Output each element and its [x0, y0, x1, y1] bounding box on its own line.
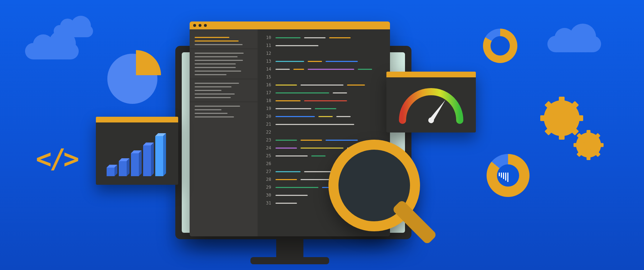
line-number: 15 — [263, 74, 271, 79]
code-token — [275, 187, 318, 188]
bar-chart-icon — [96, 122, 178, 183]
panel-titlebar — [386, 72, 476, 77]
gear-icon — [576, 132, 601, 158]
code-token — [275, 203, 297, 204]
code-line: 22 — [263, 128, 384, 136]
code-token — [333, 92, 347, 93]
code-token — [308, 61, 322, 62]
monitor-base — [250, 257, 329, 264]
sidebar-line — [195, 109, 221, 110]
gear-icon — [544, 100, 580, 136]
code-token — [275, 171, 301, 172]
traffic-light-max-icon — [204, 24, 207, 27]
sidebar-line — [195, 106, 240, 107]
line-number: 12 — [263, 51, 271, 56]
code-line: 13 — [263, 57, 384, 65]
illustration-stage: { "editor": { "line_numbers": ["10","11"… — [0, 0, 644, 270]
line-number: 27 — [263, 169, 271, 174]
code-token — [336, 116, 351, 117]
code-token — [275, 148, 297, 149]
pie-chart-icon — [107, 54, 157, 104]
code-line: 17 — [263, 89, 384, 97]
code-token — [275, 124, 354, 125]
code-token — [304, 100, 347, 101]
code-token — [318, 116, 333, 117]
line-number: 19 — [263, 106, 271, 111]
code-token — [275, 45, 318, 46]
sidebar-line — [195, 90, 221, 91]
code-token — [275, 108, 311, 109]
svg-marker-11 — [151, 143, 154, 176]
code-token — [308, 69, 354, 70]
sidebar-line — [195, 63, 236, 64]
code-line: 19 — [263, 105, 384, 112]
sidebar-line — [195, 113, 228, 114]
line-number: 11 — [263, 43, 271, 48]
line-number: 20 — [263, 114, 271, 119]
code-token — [347, 85, 365, 86]
sidebar-line — [195, 67, 236, 68]
traffic-light-min-icon — [199, 24, 201, 27]
sidebar-line — [195, 40, 239, 42]
code-token — [301, 85, 343, 86]
svg-rect-0 — [107, 168, 114, 176]
code-line: 20 — [263, 112, 384, 120]
code-token — [275, 69, 290, 70]
line-number: 22 — [263, 130, 271, 135]
line-number: 24 — [263, 145, 271, 150]
svg-rect-9 — [143, 145, 151, 176]
svg-rect-12 — [155, 136, 163, 176]
line-number: 13 — [263, 59, 271, 64]
line-number: 25 — [263, 153, 271, 158]
line-number: 30 — [263, 193, 271, 198]
sidebar-line — [195, 56, 238, 57]
code-token — [315, 108, 336, 109]
code-token — [301, 148, 343, 149]
code-token — [326, 140, 358, 141]
cloud-icon — [25, 43, 79, 59]
code-token — [275, 85, 297, 86]
code-line: 16 — [263, 81, 384, 89]
svg-rect-3 — [119, 161, 127, 176]
line-number: 26 — [263, 161, 271, 166]
svg-marker-8 — [139, 150, 142, 176]
line-number: 28 — [263, 177, 271, 182]
code-token — [301, 179, 329, 180]
editor-sidebar — [190, 29, 258, 236]
ring-chart-icon — [487, 154, 530, 197]
sidebar-line — [195, 116, 234, 117]
line-number: 17 — [263, 90, 271, 95]
line-number: 23 — [263, 138, 271, 143]
code-token — [275, 37, 301, 38]
code-token — [275, 140, 297, 141]
code-token — [311, 155, 326, 156]
code-token — [275, 179, 297, 180]
traffic-light-close-icon — [193, 24, 196, 27]
code-token — [275, 92, 329, 93]
sidebar-line — [195, 83, 239, 84]
line-number: 31 — [263, 201, 271, 206]
code-token — [275, 100, 301, 101]
sidebar-line — [195, 93, 235, 95]
code-token — [304, 37, 326, 38]
code-token — [329, 37, 351, 38]
sidebar-line — [195, 97, 231, 98]
gauge-panel — [386, 72, 476, 132]
code-brackets-icon: </> — [36, 143, 77, 174]
code-token — [275, 155, 308, 156]
code-line: 14 — [263, 65, 384, 73]
code-token — [275, 195, 308, 196]
line-number: 29 — [263, 185, 271, 190]
code-line: 11 — [263, 42, 384, 49]
code-line: 21 — [263, 120, 384, 128]
svg-marker-5 — [127, 158, 130, 176]
code-line: 15 — [263, 73, 384, 81]
line-number: 18 — [263, 98, 271, 103]
svg-rect-6 — [131, 153, 139, 176]
code-token — [293, 69, 304, 70]
code-token — [326, 61, 358, 62]
line-number: 16 — [263, 82, 271, 87]
code-token — [358, 69, 372, 70]
sidebar-line — [195, 74, 226, 75]
sidebar-line — [195, 86, 231, 87]
